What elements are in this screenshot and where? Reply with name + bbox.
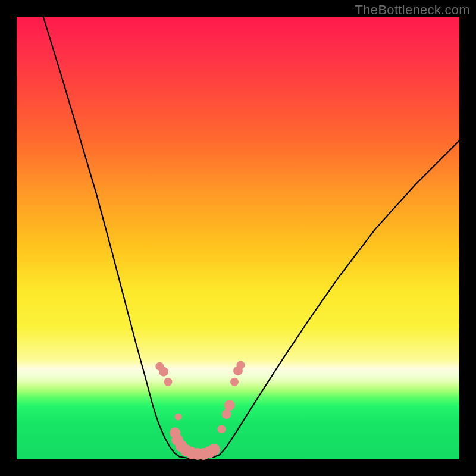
data-marker bbox=[224, 400, 235, 411]
data-marker bbox=[164, 378, 172, 386]
data-marker bbox=[222, 409, 231, 419]
watermark-text: TheBottleneck.com bbox=[355, 2, 470, 18]
curves-svg bbox=[17, 17, 459, 459]
data-marker bbox=[230, 378, 239, 386]
data-marker bbox=[236, 361, 245, 369]
curve-left-curve bbox=[43, 17, 180, 457]
data-marker bbox=[159, 367, 168, 377]
data-marker bbox=[208, 444, 220, 456]
data-marker bbox=[217, 425, 226, 433]
curve-right-curve bbox=[220, 140, 459, 455]
curve-group bbox=[43, 17, 459, 459]
chart-frame: TheBottleneck.com bbox=[0, 0, 476, 476]
plot-area bbox=[17, 17, 459, 459]
data-marker bbox=[175, 414, 182, 421]
